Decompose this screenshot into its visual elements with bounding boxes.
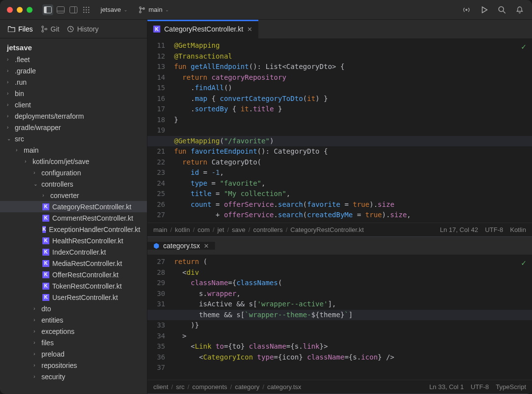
tree-label: entities [41,316,63,324]
tree-row[interactable]: KOfferRestController.kt [0,269,147,280]
tree-row[interactable]: ›kotlin/com/jet/save [0,156,147,167]
editor-tab-label: CategoryRestController.kt [164,25,243,33]
file-language[interactable]: TypeScript [496,383,526,391]
tree-label: preload [41,350,65,358]
tree-row[interactable]: KCategoryRestController.kt [0,201,147,212]
kotlin-file-icon: K [42,271,49,278]
tree-row[interactable]: ›client [0,99,147,110]
tree-label: configuration [41,169,81,177]
tree-row[interactable]: KCommentRestController.kt [0,212,147,224]
tree-row[interactable]: ›.run [0,76,147,88]
breadcrumb-segment[interactable]: components [192,383,227,391]
tree-label: .run [15,78,27,86]
project-selector[interactable]: jetsave ⌄ [99,5,130,14]
tree-row[interactable]: ›repositories [0,360,147,371]
panel-right-icon[interactable] [68,4,79,15]
tree-row[interactable]: ›configuration [0,167,147,178]
breadcrumb-segment[interactable]: controllers [253,226,283,233]
tree-row[interactable]: ›converter [0,190,147,201]
breadcrumb-segment[interactable]: src [176,383,184,391]
tree-label: OfferRestController.kt [52,271,118,279]
tree-row[interactable]: KExceptionHandlerController.kt [0,224,147,235]
tab-history-label: History [77,25,99,33]
tree-row[interactable]: ›files [0,337,147,348]
svg-rect-2 [57,6,65,13]
tree-row[interactable]: ›preload [0,348,147,360]
tree-row[interactable]: ›security [0,371,147,382]
code-editor-top[interactable]: 1112131415161718192021222324252627 ✓@Get… [147,38,532,223]
tab-git-label: Git [51,25,60,33]
breadcrumb-segment[interactable]: save [232,226,245,233]
panel-left-icon[interactable] [42,4,53,15]
tree-row[interactable]: KHealthRestController.kt [0,235,147,246]
tree-row[interactable]: KUserRestController.kt [0,292,147,303]
tree-row[interactable]: KTokenRestController.kt [0,280,147,292]
tree-row[interactable]: KIndexController.kt [0,246,147,258]
chevron-right-icon: › [7,57,12,62]
grid-icon[interactable] [81,4,92,15]
maximize-window[interactable] [27,7,33,13]
search-icon[interactable] [497,4,507,15]
breadcrumb-segment[interactable]: CategoryRestController.kt [290,226,364,233]
tree-row[interactable]: ›deployments/terraform [0,110,147,122]
breadcrumb-segment[interactable]: category [235,383,259,391]
tree-row[interactable]: ›exceptions [0,326,147,337]
chevron-right-icon: › [7,102,12,107]
breadcrumb-segment[interactable]: kotlin [175,226,190,233]
chevron-right-icon: › [34,317,38,323]
tree-row[interactable]: ›gradle/wrapper [0,122,147,133]
tree-label: .fleet [15,56,30,64]
tree-row[interactable]: ›.fleet [0,54,147,65]
tree-row[interactable]: ›.gradle [0,65,147,76]
chevron-right-icon: › [7,68,12,73]
code-editor-bottom[interactable]: 2728293031323334353637 ✓return ( <div cl… [147,255,532,380]
folder-icon [8,26,15,32]
tree-row[interactable]: ›main [0,144,147,156]
svg-point-24 [45,28,47,30]
svg-point-22 [41,26,43,28]
tab-git[interactable]: Git [41,25,60,33]
minimize-window[interactable] [17,7,23,13]
breadcrumb-segment[interactable]: main [153,226,167,233]
svg-point-10 [86,9,87,10]
editor-tabs-top: K CategoryRestController.kt ✕ [147,20,532,38]
tree-row[interactable]: ⌄src [0,133,147,144]
editor-tab[interactable]: K CategoryRestController.kt ✕ [147,20,258,38]
tab-files[interactable]: Files [8,25,33,33]
file-encoding[interactable]: UTF-8 [485,226,503,233]
svg-point-18 [465,9,467,11]
tree-row[interactable]: ›entities [0,314,147,326]
breadcrumb-segment[interactable]: client [153,383,168,391]
file-encoding[interactable]: UTF-8 [471,383,489,391]
run-icon[interactable] [479,4,490,15]
close-window[interactable] [7,7,13,13]
project-name: jetsave [101,6,121,13]
tree-row[interactable]: ›dto [0,303,147,314]
svg-marker-19 [482,7,487,13]
editor-tab[interactable]: ⬢ category.tsx ✕ [147,242,215,250]
chevron-right-icon: › [34,374,38,379]
close-icon[interactable]: ✕ [247,26,252,33]
breadcrumb-segment[interactable]: category.tsx [267,383,301,391]
chevron-right-icon: › [7,91,12,96]
broadcast-icon[interactable] [461,4,472,15]
titlebar: jetsave ⌄ main ⌄ [0,0,532,20]
file-tree[interactable]: jetsave ›.fleet›.gradle›.run›bin›client›… [0,38,147,394]
chevron-down-icon: ⌄ [124,7,128,12]
branch-selector[interactable]: main ⌄ [137,5,171,14]
kotlin-file-icon: K [42,294,49,301]
breadcrumb-segment[interactable]: jet [217,226,224,233]
close-icon[interactable]: ✕ [204,242,209,250]
tree-row[interactable]: ›bin [0,88,147,99]
panel-bottom-icon[interactable] [55,4,66,15]
tree-row[interactable]: ⌄controllers [0,178,147,190]
breadcrumb-segment[interactable]: com [198,226,210,233]
chevron-right-icon: › [42,193,47,198]
svg-point-12 [83,11,85,13]
tab-files-label: Files [18,25,33,33]
bell-icon[interactable] [514,4,525,15]
tree-row[interactable]: KMediaRestController.kt [0,258,147,269]
file-language[interactable]: Kotlin [510,226,526,233]
project-root[interactable]: jetsave [0,41,147,54]
tab-history[interactable]: History [67,25,99,33]
